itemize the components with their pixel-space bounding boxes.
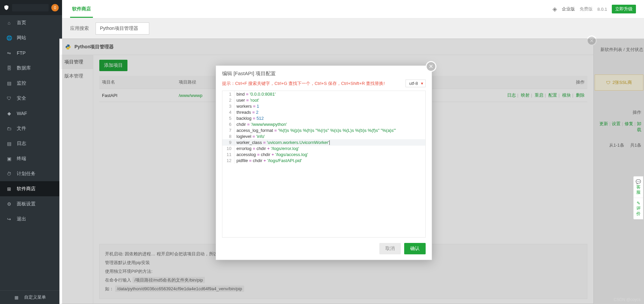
cron-icon: ⏱ (6, 171, 12, 176)
support-button[interactable]: 💬客服 (634, 176, 643, 198)
topbar: 软件商店 ◈ 企业版 免费版 8.0.1 立即升级 (62, 0, 644, 18)
watermark: CSDN @coycs (614, 297, 641, 302)
sidebar-item-terminal[interactable]: ▣终端 (0, 151, 62, 166)
sidebar-item-label: 终端 (17, 156, 26, 162)
code-editor[interactable]: 1bind = '0.0.0.0:8081'2user = 'root'3wor… (222, 91, 426, 238)
edition-pro-label[interactable]: 企业版 (562, 6, 575, 12)
search-row: 应用搜索 Python项目管理器 (62, 18, 644, 39)
modal-title: 编辑 [FastAPI] 项目配置 (216, 66, 432, 80)
shield-icon: 🛡 (6, 96, 12, 101)
sidebar-item-label: 网站 (17, 35, 26, 41)
code-line[interactable]: 11accesslog = chdir + '/logs/access.log' (222, 152, 425, 158)
sidebar: 0 ⌂首页🌐网站⇋FTP🗄数据库▤监控🛡安全◆WAF🗀文件▤日志▣终端⏱计划任务… (0, 0, 62, 304)
server-name-blurred (12, 4, 49, 11)
code-line[interactable]: 3workers = 1 (222, 103, 425, 109)
upgrade-button[interactable]: 立即升级 (612, 5, 636, 13)
sidebar-item-label: 监控 (17, 80, 26, 86)
code-line[interactable]: 4threads = 2 (222, 109, 425, 115)
terminal-icon: ▣ (6, 156, 12, 161)
sidebar-item-monitor[interactable]: ▤监控 (0, 75, 62, 91)
sidebar-item-shield[interactable]: 🛡安全 (0, 91, 62, 106)
sidebar-item-db[interactable]: 🗄数据库 (0, 60, 62, 75)
edition-free-label[interactable]: 免费版 (580, 6, 593, 12)
sidebar-item-globe[interactable]: 🌐网站 (0, 30, 62, 45)
sidebar-item-waf[interactable]: ◆WAF (0, 106, 62, 121)
edit-config-modal: × 编辑 [FastAPI] 项目配置 提示：Ctrl+F 搜索关键字，Ctrl… (216, 65, 432, 260)
sidebar-item-folder[interactable]: 🗀文件 (0, 121, 62, 136)
sidebar-item-label: 数据库 (17, 65, 31, 71)
store-icon: ⊞ (6, 186, 12, 192)
code-line[interactable]: 8loglevel = 'info' (222, 133, 425, 139)
sidebar-item-label: 计划任务 (17, 171, 36, 177)
log-icon: ▤ (6, 141, 12, 146)
code-line[interactable]: 12pidfile = chdir + '/logs/FastAPI.pid' (222, 158, 425, 164)
code-line[interactable]: 10errorlog = chdir + '/logs/error.log' (222, 146, 425, 152)
notification-badge[interactable]: 0 (51, 4, 59, 11)
custom-menu-item[interactable]: ▦ 自定义菜单 (0, 291, 62, 304)
sidebar-item-label: 安全 (17, 95, 26, 101)
code-line[interactable]: 1bind = '0.0.0.0:8081' (222, 91, 425, 97)
feedback-button[interactable]: ✎评价 (634, 198, 643, 219)
sidebar-item-label: 文件 (17, 125, 26, 132)
sidebar-item-label: 日志 (17, 141, 26, 147)
exit-icon: ↪ (6, 216, 12, 222)
sidebar-item-label: 首页 (17, 20, 26, 26)
sidebar-item-label: 退出 (17, 216, 26, 222)
sidebar-item-label: WAF (17, 111, 27, 116)
code-line[interactable]: 9worker_class = 'uvicorn.workers.Uvicorn… (222, 139, 425, 146)
ftp-icon: ⇋ (6, 50, 12, 56)
sidebar-item-label: 面板设置 (17, 201, 36, 207)
sidebar-item-store[interactable]: ⊞软件商店 (0, 181, 62, 196)
db-icon: 🗄 (6, 65, 12, 71)
globe-icon: 🌐 (6, 35, 12, 41)
side-float-widget: 💬客服 ✎评价 (633, 176, 643, 219)
sidebar-item-home[interactable]: ⌂首页 (0, 15, 62, 30)
home-icon: ⌂ (6, 20, 12, 26)
sidebar-item-log[interactable]: ▤日志 (0, 136, 62, 151)
gear-icon: ⚙ (6, 201, 12, 207)
sidebar-item-cron[interactable]: ⏱计划任务 (0, 166, 62, 181)
sidebar-item-ftp[interactable]: ⇋FTP (0, 45, 62, 60)
confirm-button[interactable]: 确认 (404, 243, 426, 254)
tab-software-store[interactable]: 软件商店 (70, 1, 93, 18)
encoding-select[interactable]: utf-8 (406, 80, 426, 87)
code-line[interactable]: 7access_log_format = '%(t)s %(p)s %(h)s … (222, 127, 425, 133)
diamond-icon: ◈ (552, 5, 557, 13)
search-input[interactable]: Python项目管理器 (96, 22, 149, 35)
search-label: 应用搜索 (70, 26, 89, 32)
panel-logo-icon (3, 5, 9, 11)
cancel-button[interactable]: 取消 (379, 243, 401, 254)
sidebar-item-gear[interactable]: ⚙面板设置 (0, 196, 62, 211)
version-label: 8.0.1 (597, 7, 607, 12)
code-line[interactable]: 5backlog = 512 (222, 115, 425, 121)
folder-icon: 🗀 (6, 126, 12, 131)
code-line[interactable]: 6chdir = '/www/wwwpython' (222, 121, 425, 127)
code-line[interactable]: 2user = 'root' (222, 97, 425, 103)
sidebar-item-exit[interactable]: ↪退出 (0, 211, 62, 226)
modal-close-button[interactable]: × (426, 61, 436, 72)
custom-menu-label: 自定义菜单 (24, 294, 46, 300)
sidebar-header: 0 (0, 0, 62, 15)
grid-icon: ▦ (13, 295, 19, 300)
sidebar-item-label: FTP (17, 50, 25, 56)
modal-hint: 提示：Ctrl+F 搜索关键字，Ctrl+G 查找下一个，Ctrl+S 保存，C… (222, 81, 385, 87)
waf-icon: ◆ (6, 111, 12, 116)
sidebar-item-label: 软件商店 (17, 186, 36, 192)
monitor-icon: ▤ (6, 81, 12, 86)
